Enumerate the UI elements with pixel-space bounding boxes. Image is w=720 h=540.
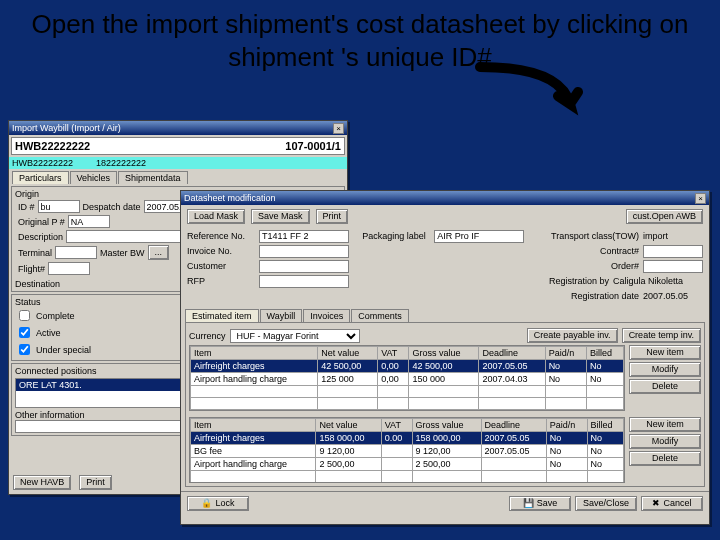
descr-label: Description <box>18 232 63 242</box>
load-mask-button[interactable]: Load Mask <box>187 209 245 224</box>
invno-field[interactable] <box>259 245 349 258</box>
lock-button[interactable]: 🔒Lock <box>187 496 249 511</box>
lock-icon: 🔒 <box>201 498 212 508</box>
ref-field[interactable] <box>259 230 349 243</box>
terminal-field[interactable] <box>55 246 97 259</box>
delete-b-button[interactable]: Delete <box>629 451 701 466</box>
contract-label: Contract# <box>571 246 639 256</box>
estimated-pane: Currency HUF - Magyar Forint Create paya… <box>185 322 705 487</box>
disk-icon: 💾 <box>523 498 534 508</box>
new-item-b-button[interactable]: New item <box>629 417 701 432</box>
master-browse-button[interactable]: ... <box>148 245 170 260</box>
customer-field[interactable] <box>259 260 349 273</box>
callout-arrow <box>470 62 590 132</box>
contract-field[interactable] <box>643 245 703 258</box>
subtab-invoices[interactable]: Invoices <box>303 309 350 322</box>
table-row[interactable]: BG fee9 120,009 120,002007.05.05NoNo <box>191 445 624 458</box>
ref-label: Reference No. <box>187 231 255 241</box>
datasheet-title: Datasheet modification <box>184 193 276 203</box>
create-payable-button[interactable]: Create payable inv. <box>527 328 618 343</box>
col-header[interactable]: VAT <box>381 419 412 432</box>
chk-special[interactable]: Under special <box>15 341 174 358</box>
tab-particulars[interactable]: Particulars <box>12 171 69 184</box>
shipment-id-header[interactable]: HWB22222222 107-0001/1 <box>11 137 345 155</box>
reg-label: Registration by <box>541 276 609 286</box>
col-header[interactable]: Item <box>191 419 316 432</box>
cancel-button[interactable]: ✖Cancel <box>641 496 703 511</box>
close-icon[interactable]: × <box>333 123 344 134</box>
reg-value: Caligula Nikoletta <box>613 276 703 286</box>
subtab-comments[interactable]: Comments <box>351 309 409 322</box>
modify-b-button[interactable]: Modify <box>629 434 701 449</box>
rfp-field[interactable] <box>259 275 349 288</box>
modify-a-button[interactable]: Modify <box>629 362 701 377</box>
subtab-estimated[interactable]: Estimated item <box>185 309 259 322</box>
order-label: Order# <box>571 261 639 271</box>
col-header[interactable]: Gross value <box>409 347 479 360</box>
slide-title: Open the import shipment's cost datashee… <box>0 8 720 73</box>
table-row[interactable]: Airport handling charge125 0000,00150 00… <box>191 373 624 386</box>
pkg-field[interactable] <box>434 230 524 243</box>
orig-p-field[interactable] <box>68 215 110 228</box>
customer-label: Customer <box>187 261 255 271</box>
subtab-waybill[interactable]: Waybill <box>260 309 303 322</box>
currency-a-select[interactable]: HUF - Magyar Forint <box>230 329 360 343</box>
table-row[interactable]: Airport handling charge2 500,002 500,00N… <box>191 458 624 471</box>
regdate-label: Registration date <box>571 291 639 301</box>
close-icon[interactable]: × <box>695 193 706 204</box>
table-row[interactable]: Airfreight charges42 500,000,0042 500,00… <box>191 360 624 373</box>
col-header[interactable]: Item <box>191 347 318 360</box>
col-header[interactable]: Paid/n <box>546 419 587 432</box>
col-header[interactable]: Deadline <box>481 419 546 432</box>
hl-ref: 1822222222 <box>96 158 146 168</box>
cancel-icon: ✖ <box>652 498 660 508</box>
highlighted-id-row: HWB22222222 1822222222 <box>9 157 347 169</box>
regdate-value: 2007.05.05 <box>643 291 703 301</box>
col-header[interactable]: Net value <box>316 419 381 432</box>
terminal-label: Terminal <box>18 248 52 258</box>
col-header[interactable]: Net value <box>318 347 378 360</box>
chk-complete[interactable]: Complete <box>15 307 174 324</box>
print-button[interactable]: Print <box>316 209 349 224</box>
new-hawb-button[interactable]: New HAVB <box>13 475 71 490</box>
id-field[interactable] <box>38 200 80 213</box>
new-item-a-button[interactable]: New item <box>629 345 701 360</box>
save-button[interactable]: 💾Save <box>509 496 571 511</box>
chk-active[interactable]: Active <box>15 324 174 341</box>
save-close-button[interactable]: Save/Close <box>575 496 637 511</box>
col-header[interactable]: Gross value <box>412 419 481 432</box>
status-legend: Status <box>15 297 174 307</box>
col-header[interactable]: Paid/n <box>545 347 586 360</box>
datasheet-titlebar: Datasheet modification × <box>181 191 709 205</box>
col-header[interactable]: Billed <box>587 419 623 432</box>
col-header[interactable]: Billed <box>587 347 624 360</box>
delete-a-button[interactable]: Delete <box>629 379 701 394</box>
order-field[interactable] <box>643 260 703 273</box>
import-waybill-titlebar: Import Waybill (Import / Air) × <box>9 121 347 135</box>
col-header[interactable]: VAT <box>378 347 409 360</box>
rfp-label: RFP <box>187 276 255 286</box>
pkg-label: Packaging label <box>362 231 430 241</box>
print-back-button[interactable]: Print <box>79 475 112 490</box>
tab-vehicles[interactable]: Vehicles <box>70 171 118 184</box>
position-number: 107-0001/1 <box>285 140 341 152</box>
master-label: Master BW <box>100 248 145 258</box>
flight-field[interactable] <box>48 262 90 275</box>
tab-shipmentdata[interactable]: Shipmentdata <box>118 171 188 184</box>
flight-label: Flight# <box>18 264 45 274</box>
open-awb-button[interactable]: cust.Open AWB <box>626 209 703 224</box>
cost-grid-a[interactable]: ItemNet valueVATGross valueDeadlinePaid/… <box>189 345 625 411</box>
cost-grid-b[interactable]: ItemNet valueVATGross valueDeadlinePaid/… <box>189 417 625 483</box>
col-header[interactable]: Deadline <box>479 347 545 360</box>
orig-p-label: Original P # <box>18 217 65 227</box>
window-title: Import Waybill (Import / Air) <box>12 123 121 133</box>
trans-value: import <box>643 231 703 241</box>
datasheet-window: Datasheet modification × Load Mask Save … <box>180 190 710 525</box>
create-temp-button[interactable]: Create temp inv. <box>622 328 701 343</box>
table-row[interactable]: Airfreight charges158 000,000.00158 000,… <box>191 432 624 445</box>
hwb-number: HWB22222222 <box>15 140 90 152</box>
invno-label: Invoice No. <box>187 246 255 256</box>
save-mask-button[interactable]: Save Mask <box>251 209 310 224</box>
back-tabs: Particulars Vehicles Shipmentdata <box>9 169 347 184</box>
despatch-label: Despatch date <box>83 202 141 212</box>
